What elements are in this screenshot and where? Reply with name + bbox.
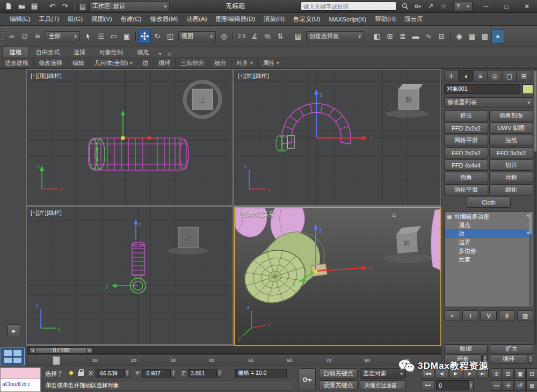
expand-tray-button[interactable]: ▶ bbox=[8, 324, 20, 337]
select-by-name-icon[interactable]: ☰ bbox=[95, 30, 107, 43]
auto-key-button[interactable]: 自动关键点 bbox=[319, 368, 358, 379]
x-spinner[interactable]: ▴▾ bbox=[125, 369, 130, 378]
modifier-button-symmetry[interactable]: 对称 bbox=[489, 172, 533, 183]
move-gizmo[interactable]: x bbox=[121, 110, 158, 141]
modifier-stack[interactable]: ▦ 可编辑多边形 ✎ 顶点 边 ✎ 边界 多边形 元素 bbox=[444, 212, 533, 307]
frame-spinner[interactable]: ▴▾ bbox=[468, 380, 474, 390]
set-key-button[interactable]: 设置关键点 bbox=[319, 380, 358, 390]
modifier-button-ffd3x3x3[interactable]: FFD 3x3x3 bbox=[489, 147, 533, 158]
undo-button[interactable]: ↶ bbox=[46, 1, 59, 12]
menu-help[interactable]: 帮助(H) bbox=[371, 13, 400, 25]
modifier-button-bevel[interactable]: 倒角 bbox=[444, 172, 488, 183]
shrink-button[interactable]: 收缩 bbox=[444, 344, 488, 353]
modifier-button-uvw-map[interactable]: UWV 贴图 bbox=[489, 122, 533, 134]
viewport-top-label[interactable]: [+][顶][线框] bbox=[31, 72, 62, 80]
toolbar-grip[interactable] bbox=[1, 29, 4, 44]
make-unique-button[interactable]: V bbox=[481, 310, 497, 321]
zoom-button[interactable]: ⊕ bbox=[491, 368, 502, 379]
menu-create[interactable]: 创建(C) bbox=[116, 13, 146, 25]
ribbon-tool-subdivision[interactable]: 细分 bbox=[209, 58, 231, 69]
modifier-button-normal[interactable]: 法线 bbox=[489, 135, 533, 146]
license-key-button[interactable] bbox=[411, 1, 424, 12]
mirror-icon[interactable]: ◧ bbox=[371, 30, 383, 43]
rendered-frame-icon[interactable]: ▩ bbox=[478, 30, 491, 43]
schematic-view-icon[interactable]: ⊟ bbox=[435, 30, 448, 43]
ribbon-tool-polygon-modeling[interactable]: 边形建模 bbox=[0, 58, 34, 69]
macro-recorder-row[interactable] bbox=[1, 368, 40, 379]
viewcube[interactable]: 上 bbox=[185, 82, 220, 117]
set-keys-button[interactable] bbox=[299, 368, 316, 390]
ribbon-tool-align[interactable]: 对齐▾ bbox=[231, 58, 258, 69]
viewport-front[interactable]: [+][前][线框] z x bbox=[234, 70, 440, 205]
grow-button[interactable]: 扩大 bbox=[490, 344, 533, 353]
stack-row-element[interactable]: 元素 bbox=[445, 255, 533, 264]
object-color-swatch[interactable] bbox=[523, 84, 533, 94]
time-slider-next-arrow[interactable]: ▸ bbox=[86, 347, 93, 353]
move-gizmo[interactable]: z x bbox=[314, 89, 372, 141]
ribbon-tool-tris[interactable]: 三角剖分 bbox=[176, 58, 209, 69]
layer-manager-icon[interactable]: ≣ bbox=[396, 30, 409, 43]
select-and-move-icon[interactable] bbox=[138, 30, 151, 43]
time-slider-thumb[interactable]: ◂ 0 / 100 ▸ bbox=[30, 347, 93, 353]
ribbon-tool-edit[interactable]: 编辑 bbox=[68, 58, 90, 69]
object-name-field[interactable] bbox=[444, 84, 520, 94]
spinner-snap-icon[interactable]: ⇅ bbox=[274, 30, 287, 43]
window-crossing-icon[interactable]: ▣ bbox=[120, 30, 133, 43]
maximize-button[interactable]: □ bbox=[496, 0, 517, 12]
current-frame-field[interactable] bbox=[436, 380, 468, 390]
modifier-button-slice[interactable]: 切片 bbox=[489, 159, 533, 171]
menu-animation[interactable]: 动画(A) bbox=[182, 13, 211, 25]
new-scene-button[interactable] bbox=[2, 1, 15, 12]
tab-display[interactable]: ▢ bbox=[502, 70, 517, 82]
use-pivot-center-icon[interactable]: ◎ bbox=[217, 30, 230, 43]
menu-rendering[interactable]: 渲染(R) bbox=[259, 13, 289, 25]
redo-button[interactable]: ↷ bbox=[59, 1, 71, 12]
modifier-button-tessellate[interactable]: 细化 bbox=[489, 184, 533, 195]
stack-row-editable-poly[interactable]: ▦ 可编辑多边形 ✎ bbox=[445, 212, 533, 221]
maximize-viewport-toggle-button[interactable]: ⊠ bbox=[526, 380, 537, 391]
y-spinner[interactable]: ▴▾ bbox=[171, 369, 176, 378]
left-viewport-canvas[interactable]: z y 左 z y bbox=[27, 207, 233, 344]
menu-edit[interactable]: 编辑(E) bbox=[5, 13, 34, 25]
modifier-button-cloth[interactable]: Cloth bbox=[467, 197, 511, 208]
select-and-rotate-icon[interactable]: ↻ bbox=[151, 30, 164, 43]
open-file-button[interactable] bbox=[15, 1, 28, 12]
ribbon-tab-populate[interactable]: 填充 bbox=[130, 47, 156, 57]
unlink-selection-icon[interactable]: ∅ bbox=[18, 30, 31, 43]
select-object-icon[interactable] bbox=[82, 30, 95, 43]
tab-hierarchy[interactable]: ≡ bbox=[473, 70, 488, 82]
ribbon-tab-selection[interactable]: 选择 bbox=[67, 47, 92, 57]
viewport-left[interactable]: [+][左][线框] z y bbox=[27, 207, 233, 344]
modifier-button-ffd2x2x2[interactable]: FFD 2x2x2 bbox=[444, 122, 488, 134]
modifier-button-ffd2x2x2-b[interactable]: FFD 2x2x2 bbox=[444, 147, 488, 158]
ribbon-tool-geometry-all[interactable]: 几何体(全部)▾ bbox=[90, 58, 137, 69]
tab-motion[interactable]: ◎ bbox=[488, 70, 502, 82]
menu-graph-editors[interactable]: 图形编辑器(D) bbox=[212, 13, 259, 25]
workspace-dropdown[interactable]: 工作区: 默认 ▾ bbox=[89, 1, 170, 11]
search-button[interactable] bbox=[398, 1, 411, 12]
snap-toggle-icon[interactable]: 2.5 bbox=[235, 30, 248, 43]
tab-utilities[interactable]: ⊞ bbox=[517, 70, 531, 82]
viewport-front-label[interactable]: [+][前][线框] bbox=[238, 72, 269, 80]
edit-named-selections-icon[interactable]: ▤ bbox=[292, 30, 304, 43]
panel-scrollbar[interactable] bbox=[534, 70, 536, 345]
orbit-button[interactable]: ↺ bbox=[514, 380, 526, 391]
ribbon-minimize-icon[interactable]: ▾ bbox=[156, 49, 164, 57]
stack-row-border[interactable]: 边界 bbox=[445, 238, 533, 246]
save-file-button[interactable] bbox=[28, 1, 41, 12]
curve-editor-icon[interactable]: ∿ bbox=[422, 30, 435, 43]
ribbon-config-icon[interactable]: ◎ bbox=[164, 49, 175, 57]
menu-liuyunku[interactable]: 溜云库 bbox=[400, 13, 427, 25]
viewport-perspective[interactable]: [+][透视][真实] z bbox=[234, 207, 441, 346]
angle-snap-icon[interactable]: ∡ bbox=[248, 30, 261, 43]
favorites-button[interactable]: ☆ bbox=[437, 1, 450, 12]
modifier-button-meshsmooth[interactable]: 网格平滑 bbox=[444, 135, 488, 146]
close-button[interactable]: ✕ bbox=[517, 0, 537, 12]
isolate-selection-toggle[interactable] bbox=[69, 371, 74, 375]
menu-modifiers[interactable]: 修改器(M) bbox=[146, 13, 182, 25]
acloudlib-plugin-button[interactable] bbox=[1, 347, 25, 366]
search-input[interactable] bbox=[303, 3, 394, 10]
selection-filter-dropdown[interactable]: 全部 ▾ bbox=[46, 31, 80, 41]
perspective-viewport-canvas[interactable]: z x y ⌂ 前 z x y bbox=[235, 208, 440, 345]
tab-modify[interactable]: ◖ bbox=[459, 70, 473, 82]
